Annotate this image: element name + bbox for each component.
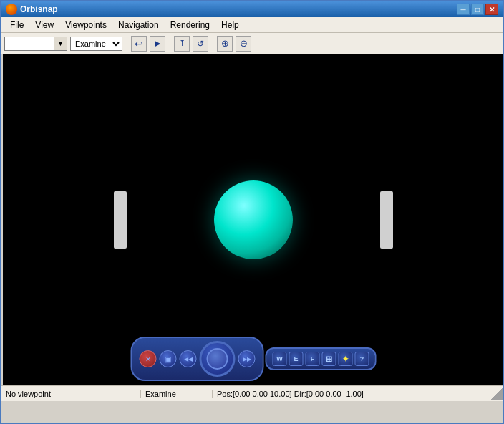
nav-center-control[interactable] bbox=[200, 341, 236, 377]
nav-controls-right: W E F ⊞ ✦ ? bbox=[266, 347, 377, 370]
straighten-button[interactable]: ⤒ bbox=[174, 36, 190, 52]
left-slider[interactable] bbox=[114, 191, 127, 249]
menu-navigation[interactable]: Navigation bbox=[112, 19, 165, 32]
nav-dropdown-arrow[interactable]: ▼ bbox=[54, 37, 67, 51]
menu-file[interactable]: File bbox=[4, 19, 29, 32]
nav-grid-button[interactable]: ⊞ bbox=[322, 352, 336, 366]
right-slider[interactable] bbox=[380, 191, 393, 249]
titlebar-controls: ─ □ ✕ bbox=[457, 4, 498, 15]
nav-right-button[interactable]: ▶▶ bbox=[238, 350, 256, 367]
viewport[interactable]: ✕ ▣ ◀◀ ▶▶ W E F ⊞ ✦ ? bbox=[3, 54, 504, 385]
titlebar: Orbisnap ─ □ ✕ bbox=[1, 1, 503, 17]
examine-select[interactable]: Examine Fly Walk Turntable bbox=[70, 37, 122, 51]
main-window: Orbisnap ─ □ ✕ File View Viewpoints Navi… bbox=[0, 0, 504, 424]
nav-help-button[interactable]: ? bbox=[355, 352, 369, 366]
nav-record-button[interactable]: ▣ bbox=[160, 350, 177, 367]
menu-rendering[interactable]: Rendering bbox=[165, 19, 215, 32]
nav-sun-button[interactable]: ✦ bbox=[339, 352, 353, 366]
examine-dropdown: Examine Fly Walk Turntable bbox=[70, 37, 122, 51]
app-icon bbox=[6, 4, 17, 15]
menubar: File View Viewpoints Navigation Renderin… bbox=[1, 17, 503, 33]
nav-dropdown-container: ▼ bbox=[4, 37, 67, 51]
nav-f-button[interactable]: F bbox=[306, 352, 320, 366]
app-title: Orbisnap bbox=[20, 4, 58, 14]
nav-w-button[interactable]: W bbox=[273, 352, 287, 366]
nav-panel: ✕ ▣ ◀◀ ▶▶ W E F ⊞ ✦ ? bbox=[131, 337, 377, 381]
nav-input[interactable] bbox=[4, 37, 54, 51]
menu-view[interactable]: View bbox=[29, 19, 59, 32]
content-area: File View Viewpoints Navigation Renderin… bbox=[1, 17, 503, 424]
status-viewpoint: No viewpoint bbox=[1, 390, 141, 398]
toolbar: ▼ Examine Fly Walk Turntable ↩ ▶ ⤒ ↺ ⊕ ⊖ bbox=[1, 33, 503, 54]
zoom-in-button[interactable]: ⊕ bbox=[217, 36, 233, 52]
nav-controls-left: ✕ ▣ ◀◀ ▶▶ bbox=[131, 337, 264, 381]
nav-e-button[interactable]: E bbox=[289, 352, 304, 366]
maximize-button[interactable]: □ bbox=[471, 4, 484, 15]
reset-viewpoint-button[interactable]: ↩ bbox=[131, 36, 147, 52]
resize-handle[interactable] bbox=[491, 388, 503, 400]
menu-viewpoints[interactable]: Viewpoints bbox=[59, 19, 112, 32]
nav-left-button[interactable]: ◀◀ bbox=[180, 350, 197, 367]
go-viewpoint-button[interactable]: ▶ bbox=[150, 36, 165, 52]
status-mode: Examine bbox=[141, 390, 213, 398]
menu-help[interactable]: Help bbox=[215, 19, 245, 32]
close-button[interactable]: ✕ bbox=[485, 4, 498, 15]
nav-close-button[interactable]: ✕ bbox=[140, 350, 157, 367]
statusbar: No viewpoint Examine Pos:[0.00 0.00 10.0… bbox=[1, 385, 503, 401]
minimize-button[interactable]: ─ bbox=[457, 4, 470, 15]
zoom-out-button[interactable]: ⊖ bbox=[236, 36, 251, 52]
status-position: Pos:[0.00 0.00 10.00] Dir:[0.00 0.00 -1.… bbox=[213, 390, 491, 398]
undo-move-button[interactable]: ↺ bbox=[193, 36, 208, 52]
3d-sphere bbox=[214, 180, 293, 259]
nav-center-inner bbox=[207, 348, 228, 370]
